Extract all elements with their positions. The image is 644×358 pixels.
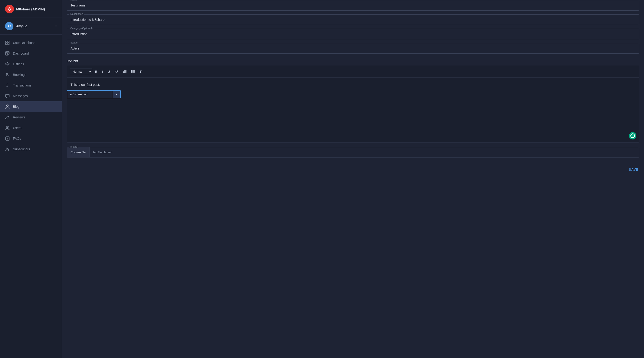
sidebar-item-bookings[interactable]: B Bookings	[0, 70, 62, 80]
sidebar-label-subscribers: Subscribers	[13, 147, 30, 151]
sidebar-item-subscribers[interactable]: Subscribers	[0, 144, 62, 154]
sidebar-label-listings: Listings	[13, 62, 24, 66]
user-name: Amy-Jo	[16, 24, 52, 28]
underline-button[interactable]: U	[106, 69, 112, 74]
form-section: Name Description Category (Optional) Sta…	[62, 0, 644, 162]
grid-icon	[5, 40, 10, 45]
url-popup: ▸	[67, 90, 121, 98]
sidebar-label-user-dashboard: User Dashboard	[13, 41, 36, 45]
file-row: Choose file No file chosen	[66, 147, 639, 158]
status-field-group: Status	[66, 43, 639, 54]
svg-point-13	[6, 148, 8, 149]
bold-button[interactable]: B	[93, 69, 99, 74]
pencil-icon	[5, 115, 10, 120]
svg-rect-1	[8, 41, 9, 42]
svg-rect-0	[6, 41, 7, 42]
sidebar-label-reviews: Reviews	[13, 116, 25, 119]
svg-rect-3	[8, 43, 9, 45]
unordered-list-button[interactable]	[129, 68, 137, 75]
content-label: Content	[66, 57, 639, 64]
status-label: Status	[70, 41, 78, 44]
svg-rect-7	[8, 53, 9, 54]
sidebar-label-faqs: FAQs	[13, 137, 21, 140]
nav-items: User Dashboard Dashboard Listings B Book…	[0, 35, 62, 358]
name-label: Name	[70, 0, 78, 1]
sidebar-item-user-dashboard[interactable]: User Dashboard	[0, 38, 62, 48]
users-icon	[5, 126, 10, 130]
image-field-group: Image Choose file No file chosen	[66, 147, 639, 158]
name-field-group: Name	[66, 0, 639, 11]
svg-point-16	[132, 70, 132, 70]
grammarly-button[interactable]	[629, 132, 636, 140]
ordered-list-button[interactable]: 1.	[121, 68, 128, 75]
sidebar-label-dashboard: Dashboard	[13, 52, 29, 55]
sidebar-item-dashboard[interactable]: Dashboard	[0, 48, 62, 59]
subscribers-icon	[5, 147, 10, 152]
grammarly-icon	[630, 134, 635, 138]
svg-point-8	[6, 105, 8, 106]
svg-point-10	[8, 127, 9, 128]
editor-body[interactable]: This is our first post. ▸	[67, 78, 639, 142]
sidebar-item-users[interactable]: Users	[0, 122, 62, 133]
svg-point-17	[132, 71, 132, 72]
svg-point-18	[132, 72, 132, 72]
save-button[interactable]: SAVE	[628, 166, 639, 173]
url-input[interactable]	[67, 90, 113, 98]
sidebar-label-blog: Blog	[13, 105, 20, 108]
question-icon: ?	[5, 136, 10, 141]
category-label: Category (Optional)	[70, 27, 94, 30]
sidebar-item-messages[interactable]: Messages	[0, 91, 62, 101]
logo-icon: 8	[5, 5, 14, 14]
sidebar-item-blog[interactable]: Blog	[0, 101, 62, 112]
description-input[interactable]	[66, 14, 639, 25]
editor-toolbar: Normal Heading 1 Heading 2 Heading 3 B I…	[67, 66, 639, 78]
svg-rect-2	[6, 43, 7, 45]
app-name: M8share (ADMIN)	[16, 7, 45, 11]
name-input[interactable]	[66, 0, 639, 11]
svg-rect-4	[6, 52, 7, 53]
layers-icon	[5, 62, 10, 66]
sidebar-item-listings[interactable]: Listings	[0, 59, 62, 70]
svg-text:?: ?	[7, 137, 8, 140]
user-profile[interactable]: AJ Amy-Jo ▾	[0, 18, 62, 35]
svg-point-9	[6, 126, 8, 128]
sidebar-label-bookings: Bookings	[13, 73, 26, 76]
svg-rect-6	[6, 53, 8, 55]
editor-container: Normal Heading 1 Heading 2 Heading 3 B I…	[66, 66, 639, 142]
dashboard-icon	[5, 51, 10, 56]
file-choose-button[interactable]: Choose file	[67, 147, 90, 157]
category-input[interactable]	[66, 29, 639, 39]
status-input[interactable]	[66, 43, 639, 54]
sidebar: 8 M8share (ADMIN) AJ Amy-Jo ▾ User Dashb…	[0, 0, 62, 358]
svg-text:1.: 1.	[123, 70, 125, 73]
format-select[interactable]: Normal Heading 1 Heading 2 Heading 3	[70, 68, 92, 75]
pound-icon: £	[5, 83, 10, 88]
description-field-group: Description	[66, 14, 639, 25]
description-label: Description	[70, 12, 84, 15]
sidebar-item-transactions[interactable]: £ Transactions	[0, 80, 62, 91]
sidebar-label-messages: Messages	[13, 94, 28, 98]
svg-point-14	[8, 148, 9, 150]
image-label: Image	[70, 145, 78, 148]
italic-button[interactable]: I	[100, 69, 105, 74]
bookings-icon: B	[5, 72, 10, 77]
sidebar-item-reviews[interactable]: Reviews	[0, 112, 62, 122]
link-button[interactable]	[113, 68, 120, 75]
clear-format-button[interactable]: T	[138, 69, 144, 74]
category-field-group: Category (Optional)	[66, 29, 639, 39]
avatar: AJ	[5, 22, 14, 30]
chat-icon	[5, 94, 10, 98]
save-row: SAVE	[62, 162, 644, 173]
sidebar-item-faqs[interactable]: ? FAQs	[0, 133, 62, 144]
blog-icon	[5, 104, 10, 109]
main-content: Name Description Category (Optional) Sta…	[62, 0, 644, 358]
svg-rect-5	[7, 52, 9, 53]
file-name: No file chosen	[90, 147, 639, 157]
sidebar-label-users: Users	[13, 126, 22, 130]
sidebar-label-transactions: Transactions	[13, 84, 32, 87]
url-confirm-button[interactable]: ▸	[113, 90, 121, 98]
chevron-down-icon: ▾	[55, 24, 57, 28]
sidebar-logo: 8 M8share (ADMIN)	[0, 0, 62, 18]
